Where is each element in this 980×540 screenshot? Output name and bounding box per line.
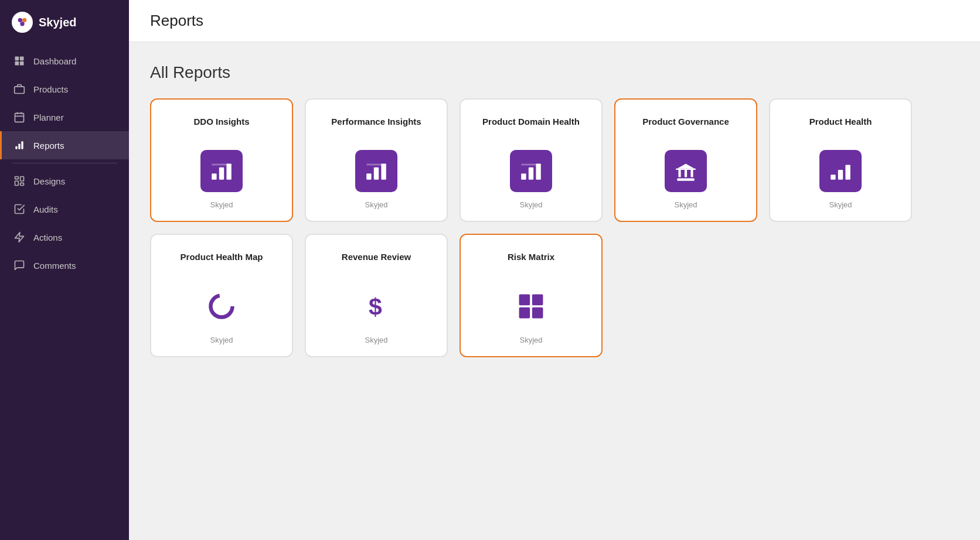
card-product-governance[interactable]: Product Governance Skyjed (614, 98, 757, 222)
svg-rect-24 (374, 168, 379, 180)
svg-rect-30 (521, 163, 541, 165)
sidebar-item-planner[interactable]: Planner (0, 103, 129, 131)
content-area: All Reports DDO Insights Skyjed Perf (129, 42, 980, 540)
sidebar-item-products[interactable]: Products (0, 75, 129, 103)
bar-chart-2-icon (828, 159, 853, 183)
nav-divider (12, 163, 117, 163)
svg-rect-3 (15, 57, 19, 61)
card-performance-insights[interactable]: Performance Insights Skyjed (305, 98, 448, 222)
svg-rect-17 (21, 177, 24, 182)
bar-chart-icon (209, 159, 234, 183)
svg-rect-32 (678, 170, 680, 177)
logo-icon (12, 12, 33, 33)
card-title: Risk Matrix (508, 251, 554, 277)
card-title: Performance Insights (331, 116, 421, 142)
actions-icon (13, 231, 25, 243)
sidebar-item-audits[interactable]: Audits (0, 195, 129, 223)
svg-rect-16 (15, 181, 19, 186)
sidebar-item-label: Audits (33, 204, 58, 214)
card-product-health-map[interactable]: Product Health Map Skyjed (150, 234, 293, 357)
svg-rect-18 (21, 183, 24, 185)
svg-rect-37 (845, 165, 850, 180)
svg-rect-22 (212, 163, 232, 165)
svg-rect-42 (519, 307, 530, 319)
card-title: Product Domain Health (482, 116, 580, 142)
card-product-health[interactable]: Product Health Skyjed (769, 98, 912, 222)
card-title: Product Governance (642, 116, 729, 142)
svg-rect-27 (521, 173, 526, 180)
card-icon-ddo (200, 150, 243, 192)
card-title: Product Health (809, 116, 872, 142)
sidebar-item-actions[interactable]: Actions (0, 223, 129, 251)
sidebar-item-label: Dashboard (33, 56, 76, 66)
comments-icon (13, 259, 25, 271)
sidebar-item-label: Planner (33, 112, 64, 122)
card-title: Product Health Map (181, 251, 263, 277)
bank-icon (673, 159, 698, 183)
dashboard-icon (13, 55, 25, 67)
card-risk-matrix[interactable]: Risk Matrix Skyjed (460, 234, 603, 357)
card-provider: Skyjed (365, 200, 387, 209)
card-provider: Skyjed (210, 200, 233, 209)
sidebar-item-label: Products (33, 84, 68, 94)
planner-icon (13, 111, 25, 123)
svg-rect-35 (831, 175, 835, 179)
card-provider: Skyjed (829, 200, 852, 209)
section-title: All Reports (150, 63, 959, 82)
card-icon-performance (355, 150, 397, 192)
bar-chart-icon (364, 159, 389, 183)
svg-rect-5 (15, 61, 19, 66)
card-product-domain-health[interactable]: Product Domain Health Skyjed (460, 98, 603, 222)
svg-rect-8 (15, 113, 24, 122)
sidebar: Skyjed Dashboard Products (0, 0, 129, 540)
grid-icon (516, 291, 546, 322)
svg-rect-36 (838, 170, 843, 180)
svg-rect-15 (15, 177, 19, 179)
svg-rect-43 (532, 307, 543, 319)
sidebar-item-reports[interactable]: Reports (0, 131, 129, 159)
svg-rect-23 (366, 173, 371, 180)
svg-rect-14 (21, 141, 23, 149)
svg-rect-20 (219, 168, 224, 180)
svg-rect-4 (20, 57, 24, 61)
svg-rect-19 (212, 173, 216, 180)
donut-icon (206, 291, 237, 322)
card-provider: Skyjed (210, 336, 233, 344)
card-icon-risk (510, 285, 552, 327)
dollar-icon: $ (361, 291, 392, 322)
page-title: Reports (150, 12, 959, 30)
main-content: Reports All Reports DDO Insights Skyjed (129, 0, 980, 540)
app-name: Skyjed (39, 16, 76, 29)
svg-rect-29 (536, 163, 540, 179)
cards-row-1: DDO Insights Skyjed Performance Insights (150, 98, 912, 222)
svg-rect-28 (529, 168, 533, 180)
svg-rect-31 (677, 179, 694, 181)
card-icon-health-map (200, 285, 243, 327)
card-icon-governance (665, 150, 707, 192)
svg-rect-21 (226, 163, 231, 179)
top-bar: Reports (129, 0, 980, 42)
svg-rect-40 (519, 295, 530, 306)
card-title: Revenue Review (342, 251, 411, 277)
card-ddo-insights[interactable]: DDO Insights Skyjed (150, 98, 293, 222)
svg-point-38 (210, 295, 232, 317)
sidebar-item-designs[interactable]: Designs (0, 167, 129, 195)
sidebar-item-dashboard[interactable]: Dashboard (0, 47, 129, 75)
sidebar-item-label: Comments (33, 261, 76, 271)
svg-rect-33 (685, 170, 687, 177)
svg-rect-6 (20, 61, 24, 66)
svg-point-0 (18, 18, 22, 22)
sidebar-item-label: Designs (33, 176, 65, 186)
reports-icon (13, 139, 25, 151)
sidebar-nav: Dashboard Products Planner (0, 47, 129, 540)
sidebar-item-label: Reports (33, 141, 64, 151)
svg-rect-7 (15, 87, 25, 94)
card-revenue-review[interactable]: Revenue Review $ Skyjed (305, 234, 448, 357)
card-title: DDO Insights (193, 116, 249, 142)
svg-rect-12 (15, 146, 17, 149)
svg-text:$: $ (369, 293, 382, 320)
sidebar-item-comments[interactable]: Comments (0, 251, 129, 279)
app-logo: Skyjed (0, 0, 129, 47)
products-icon (13, 83, 25, 95)
card-icon-health (819, 150, 862, 192)
